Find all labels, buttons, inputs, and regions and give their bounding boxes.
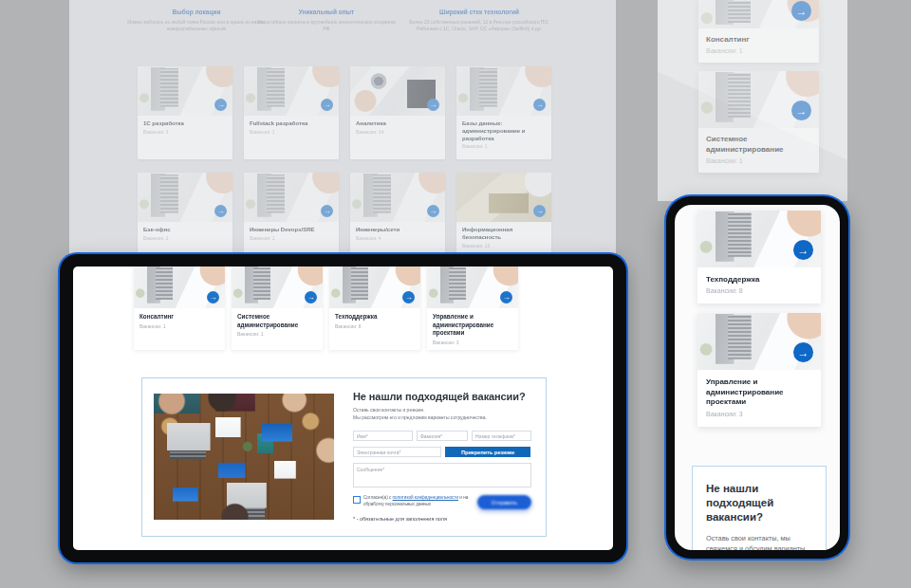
form-row-email: Прикрепить резюме: [353, 447, 531, 457]
message-field[interactable]: [353, 463, 531, 487]
last-name-field[interactable]: [417, 431, 468, 441]
arrow-right-icon[interactable]: →: [793, 342, 813, 362]
arrow-right-icon[interactable]: →: [427, 205, 439, 217]
feature-title: Выбор локации: [124, 9, 269, 15]
card-body: Аналитика Вакансии: 14: [350, 116, 445, 135]
vacancy-count: Вакансии: 1: [139, 323, 219, 329]
arrow-right-icon[interactable]: →: [793, 240, 813, 260]
vacancy-card[interactable]: → Консалтинг Вакансии: 1: [698, 0, 819, 63]
card-body: Инженеры/сети Вакансии: 4: [350, 222, 445, 241]
team-photo: [154, 394, 334, 520]
vacancy-category-title: Техподдержка: [335, 313, 415, 322]
card-body: Управление и администрирование проектами…: [697, 370, 821, 426]
card-body: Бэк-офис Вакансии: 2: [138, 222, 232, 241]
workspace-photo: →: [456, 66, 551, 116]
vacancy-count: Вакансии: 1: [706, 47, 811, 54]
vacancy-category-title: Техподдержка: [706, 275, 812, 285]
consent-prefix: Согласен(а) с: [363, 495, 393, 500]
vacancy-card[interactable]: → Аналитика Вакансии: 14: [350, 66, 445, 159]
arrow-right-icon[interactable]: →: [791, 1, 811, 21]
vacancy-count: Вакансии: 2: [143, 236, 227, 241]
vacancy-count: Вакансии: 3: [706, 411, 812, 417]
vacancy-category-title: Аналитика: [356, 120, 439, 128]
arrow-right-icon[interactable]: →: [321, 99, 333, 111]
workspace-photo: →: [329, 266, 420, 308]
vacancy-card[interactable]: → Техподдержка Вакансии: 8: [329, 266, 420, 350]
card-body: Управление и администрирование проектами…: [427, 308, 518, 345]
workspace-photo: →: [697, 211, 821, 267]
vacancy-category-title: Управление и администрирование проектами: [433, 313, 512, 338]
arrow-right-icon[interactable]: →: [402, 291, 415, 303]
vacancy-cards-row-2: → Бэк-офис Вакансии: 2 → Инженеры Devops…: [138, 173, 551, 266]
tablet-screen: → Консалтинг Вакансии: 1 → Системное адм…: [73, 266, 613, 550]
vacancy-count: Вакансии: 14: [356, 130, 439, 135]
vacancy-category-title: Информационная безопасность: [462, 227, 546, 242]
arrow-right-icon[interactable]: →: [305, 291, 317, 303]
vacancy-count: Вакансии: 1: [250, 236, 333, 241]
vacancy-card[interactable]: → Управление и администрирование проекта…: [697, 313, 821, 426]
vacancy-category-title: Fullstack разработка: [250, 120, 333, 128]
card-body: Информационная безопасность Вакансии: 13: [456, 222, 551, 248]
arrow-right-icon[interactable]: →: [500, 291, 512, 303]
feature-column: Уникальный опыт Масштабные проекты в кру…: [255, 9, 398, 32]
phone-frame: → Техподдержка Вакансии: 8 → Управление …: [666, 196, 848, 559]
phone-field[interactable]: [472, 431, 531, 441]
arrow-right-icon[interactable]: →: [214, 205, 227, 217]
workspace-photo: →: [350, 173, 445, 222]
vacancy-card[interactable]: → Информационная безопасность Вакансии: …: [456, 173, 551, 266]
form-title: Не нашли подходящей вакансии?: [353, 391, 531, 402]
vacancy-card[interactable]: → Базы данных: администрирование и разра…: [456, 66, 551, 159]
vacancy-card[interactable]: → 1С разработка Вакансии: 3: [138, 66, 232, 159]
vacancy-card[interactable]: → Управление и администрирование проекта…: [427, 266, 518, 350]
ghost-phone-panel: → Консалтинг Вакансии: 1 → Системное адм…: [658, 0, 847, 201]
vacancy-count: Вакансии: 1: [706, 157, 811, 164]
consent-text: Согласен(а) с политикой конфиденциальнос…: [363, 495, 469, 508]
arrow-right-icon[interactable]: →: [321, 205, 333, 217]
vacancy-category-title: Управление и администрирование проектами: [706, 377, 812, 407]
vacancy-card[interactable]: → Консалтинг Вакансии: 1: [134, 266, 225, 350]
vacancy-category-title: Консалтинг: [706, 35, 811, 45]
workspace-photo: →: [698, 71, 819, 128]
vacancy-count: Вакансии: 1: [250, 130, 333, 135]
consent-checkbox[interactable]: [353, 496, 361, 504]
form-row-names: [353, 431, 531, 441]
email-field[interactable]: [353, 447, 441, 457]
workspace-photo: →: [427, 266, 518, 308]
card-body: 1С разработка Вакансии: 3: [138, 116, 232, 135]
vacancy-count: Вакансии: 3: [143, 130, 227, 135]
privacy-policy-link[interactable]: политикой конфиденциальности: [393, 495, 458, 500]
phone-cta-title: Не нашли подходящей вакансии?: [706, 482, 805, 524]
vacancy-card[interactable]: → Системное администрирование Вакансии: …: [232, 266, 323, 350]
arrow-right-icon[interactable]: →: [214, 99, 227, 111]
vacancy-card[interactable]: → Инженеры/сети Вакансии: 4: [350, 173, 445, 266]
first-name-field[interactable]: [353, 431, 413, 441]
arrow-right-icon[interactable]: →: [207, 291, 219, 303]
arrow-right-icon[interactable]: →: [533, 99, 546, 111]
vacancy-card[interactable]: → Системное администрирование Вакансии: …: [698, 71, 819, 173]
arrow-right-icon[interactable]: →: [427, 99, 439, 111]
feature-text: Масштабные проекты в крупнейших энергети…: [255, 19, 398, 32]
vacancy-category-title: Консалтинг: [139, 313, 219, 322]
attach-resume-button[interactable]: Прикрепить резюме: [445, 447, 530, 457]
security-photo: →: [456, 173, 551, 222]
vacancy-card[interactable]: → Инженеры Devops/SRE Вакансии: 1: [244, 173, 339, 266]
tablet-vacancy-cards: → Консалтинг Вакансии: 1 → Системное адм…: [134, 266, 518, 350]
card-body: Системное администрирование Вакансии: 1: [698, 128, 819, 173]
card-body: Техподдержка Вакансии: 8: [697, 267, 821, 303]
workspace-photo: →: [232, 266, 323, 308]
submit-button[interactable]: Отправить: [477, 495, 531, 509]
mockup-stage: Выбор локации Можно работать из любой то…: [0, 0, 911, 588]
workspace-photo: →: [138, 173, 232, 222]
consent-row: Согласен(а) с политикой конфиденциальнос…: [353, 495, 531, 509]
card-body: Системное администрирование Вакансии: 1: [232, 308, 323, 337]
arrow-right-icon[interactable]: →: [791, 101, 811, 120]
vacancy-card[interactable]: → Бэк-офис Вакансии: 2: [138, 173, 232, 266]
feature-text: Можно работать из любой точки России или…: [124, 19, 269, 32]
required-fields-note: * - обязательные для заполнения поля: [353, 516, 531, 522]
card-body: Инженеры Devops/SRE Вакансии: 1: [244, 222, 339, 241]
workspace-photo: →: [244, 66, 339, 116]
vacancy-card[interactable]: → Техподдержка Вакансии: 8: [697, 211, 821, 303]
arrow-right-icon[interactable]: →: [533, 205, 546, 217]
vacancy-card[interactable]: → Fullstack разработка Вакансии: 1: [244, 66, 339, 159]
vacancy-count: Вакансии: 4: [356, 236, 439, 241]
